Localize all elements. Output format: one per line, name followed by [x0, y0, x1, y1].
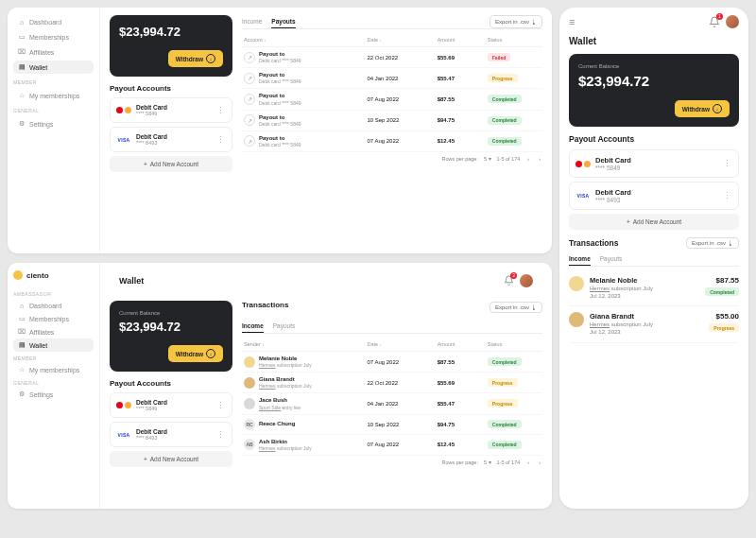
brand: ciento: [13, 270, 94, 280]
wallet-icon: ▤: [18, 63, 26, 71]
withdraw-button[interactable]: Withdraw: [168, 50, 223, 67]
payout-icon: ↗: [244, 94, 255, 105]
withdraw-button[interactable]: Withdraw: [168, 345, 223, 362]
payout-icon: ↗: [244, 52, 255, 63]
nav-wallet[interactable]: ▤Wallet: [13, 61, 94, 74]
payout-row[interactable]: ↗Payout toDebit card **** 5849 10 Sep 20…: [242, 111, 542, 131]
page-prev[interactable]: ‹: [525, 460, 531, 465]
people-icon: ⌧: [18, 328, 26, 336]
col-date[interactable]: Date: [367, 37, 433, 43]
nav-my-memberships[interactable]: ☆My memberships: [13, 89, 94, 102]
balance-amount: $23,994.72: [119, 25, 223, 39]
account-menu[interactable]: ⋮: [216, 109, 225, 113]
notification-bell[interactable]: 1: [709, 16, 720, 28]
nav-affiliates[interactable]: ⌧Affiliates: [13, 325, 94, 338]
sidebar: ciento AMBASSADOR⌂Dashboard▭Memberships⌧…: [8, 263, 100, 509]
payout-account[interactable]: VISADebit Card**** 8493⋮: [110, 422, 232, 447]
payout-account[interactable]: VISADebit Card**** 8493⋮: [110, 127, 232, 152]
rows-per-page[interactable]: 5 ▾: [484, 156, 491, 162]
page-prev[interactable]: ‹: [525, 156, 531, 162]
tab-payouts[interactable]: Payouts: [600, 252, 623, 266]
payout-account[interactable]: Debit Card**** 5849⋮: [110, 392, 232, 418]
gear-icon: ⚙: [18, 390, 26, 398]
add-account-button[interactable]: + Add New Account: [110, 156, 232, 172]
col-sender[interactable]: Sender: [244, 341, 363, 347]
notification-bell[interactable]: 3: [504, 275, 514, 286]
sender-avatar: [569, 276, 584, 291]
nav-my-memberships[interactable]: ☆My memberships: [13, 363, 94, 376]
tab-income[interactable]: Income: [569, 252, 591, 266]
payout-row[interactable]: ↗Payout toDebit card **** 5849 04 Jan 20…: [242, 68, 542, 89]
payout-row[interactable]: ↗Payout toDebit card **** 5849 07 Aug 20…: [242, 131, 542, 152]
transaction-row[interactable]: Giana BrandtHermes subscription JulyJul …: [569, 306, 739, 342]
withdraw-button[interactable]: Withdraw: [675, 100, 730, 117]
wallet-icon: ▤: [18, 341, 26, 349]
export-button[interactable]: Export in .csv ⭳: [686, 237, 739, 249]
nav-settings[interactable]: ⚙Settings: [13, 117, 94, 130]
add-account-button[interactable]: + Add New Account: [110, 451, 232, 467]
notif-badge: 1: [716, 13, 723, 20]
income-row[interactable]: Melanie NobleHermes subscription July 07…: [242, 352, 542, 373]
menu-button[interactable]: ≡: [569, 16, 575, 27]
payout-row[interactable]: ↗Payout toDebit card **** 5849 22 Oct 20…: [242, 47, 542, 68]
nav-settings[interactable]: ⚙Settings: [13, 388, 94, 401]
account-menu[interactable]: ⋮: [216, 404, 225, 408]
nav-affiliates[interactable]: ⌧Affiliates: [13, 45, 94, 59]
page-next[interactable]: ›: [537, 460, 542, 465]
tab-payouts[interactable]: Payouts: [271, 15, 295, 28]
balance-card: Current Balance $23,994.72 Withdraw: [110, 301, 232, 372]
balance-label: Current Balance: [119, 310, 223, 316]
tab-income[interactable]: Income: [242, 15, 262, 28]
sidebar: ⌂Dashboard▭Memberships⌧Affiliates▤Wallet…: [8, 8, 100, 253]
account-menu[interactable]: ⋮: [216, 433, 225, 437]
export-button[interactable]: Export in .csv ⭳: [490, 15, 542, 28]
income-row[interactable]: Giana BrandtHermes subscription July 22 …: [242, 373, 542, 393]
page-next[interactable]: ›: [537, 156, 542, 162]
mastercard-icon: [117, 106, 130, 115]
desktop-panel-payouts: ⌂Dashboard▭Memberships⌧Affiliates▤Wallet…: [8, 8, 552, 253]
nav-dashboard[interactable]: ⌂Dashboard: [13, 15, 94, 28]
payout-account[interactable]: Debit Card**** 5849⋮: [110, 97, 232, 123]
transactions-tabs: Income Payouts: [242, 320, 542, 334]
nav-section-label: GENERAL: [13, 380, 94, 386]
star-icon: ☆: [18, 366, 26, 373]
col-status[interactable]: Status: [488, 341, 541, 347]
payout-account[interactable]: VISADebit Card**** 8493⋮: [569, 182, 739, 210]
star-icon: ☆: [18, 92, 26, 99]
account-menu[interactable]: ⋮: [216, 138, 225, 142]
nav-dashboard[interactable]: ⌂Dashboard: [13, 299, 94, 312]
tab-payouts[interactable]: Payouts: [273, 320, 296, 333]
account-menu[interactable]: ⋮: [723, 194, 731, 198]
tab-income[interactable]: Income: [242, 320, 264, 333]
mobile-panel: ≡ 1 Wallet Current Balance $23,994.72 Wi…: [559, 8, 748, 509]
nav-wallet[interactable]: ▤Wallet: [13, 338, 94, 352]
payout-accounts-title: Payout Accounts: [110, 379, 232, 388]
sender-avatar: AB: [244, 439, 255, 450]
payout-account[interactable]: Debit Card**** 5849⋮: [569, 149, 739, 178]
payout-icon: ↗: [244, 135, 255, 147]
add-account-button[interactable]: + Add New Account: [569, 214, 739, 230]
rows-per-page[interactable]: 5 ▾: [484, 460, 491, 465]
nav-memberships[interactable]: ▭Memberships: [13, 30, 94, 43]
user-avatar[interactable]: [726, 15, 739, 28]
payout-row[interactable]: ↗Payout toDebit card **** 5849 07 Aug 20…: [242, 89, 542, 110]
col-date[interactable]: Date: [367, 341, 433, 347]
mastercard-icon: [117, 401, 130, 410]
payout-accounts-title: Payout Accounts: [569, 134, 739, 144]
transaction-row[interactable]: Melanie NobleHermes subscription JulyJul…: [569, 270, 739, 306]
col-amount[interactable]: Amount: [438, 37, 484, 43]
income-row[interactable]: ABAsh BirkinHermes subscription July 07 …: [242, 435, 542, 456]
desktop-panel-income: ciento AMBASSADOR⌂Dashboard▭Memberships⌧…: [8, 263, 552, 509]
export-button[interactable]: Export in .csv ⭳: [490, 302, 542, 313]
folder-icon: ▭: [18, 315, 26, 322]
account-menu[interactable]: ⋮: [723, 162, 731, 165]
balance-amount: $23,994.72: [578, 73, 730, 89]
nav-memberships[interactable]: ▭Memberships: [13, 312, 94, 325]
income-row[interactable]: RCReece Chung 10 Sep 2022$94.75Completed: [242, 415, 542, 435]
col-account[interactable]: Account: [244, 37, 363, 43]
income-row[interactable]: Jace BushSport Stile entry fee 04 Jan 20…: [242, 393, 542, 414]
col-amount[interactable]: Amount: [438, 341, 484, 347]
nav-section-label: AMBASSADOR: [13, 291, 94, 297]
user-avatar[interactable]: [520, 274, 533, 287]
col-status[interactable]: Status: [488, 37, 541, 43]
